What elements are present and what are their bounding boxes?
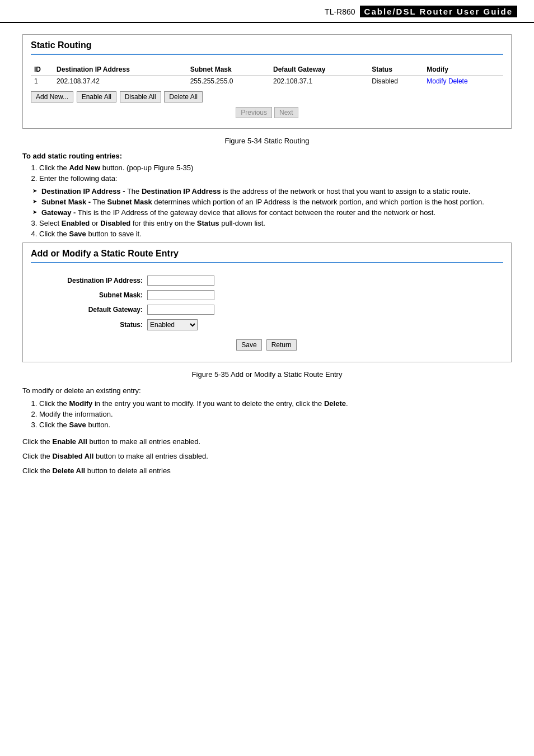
subnet-input[interactable] (147, 290, 214, 300)
instructions-heading: To add static routing entries: (22, 152, 512, 160)
col-id: ID (31, 64, 53, 76)
status-row: Status: Enabled Disabled (53, 319, 503, 330)
header-model: TL-R860 (325, 7, 355, 16)
bullet-subnet: Subnet Mask - The Subnet Mask determines… (32, 198, 512, 206)
add-new-button[interactable]: Add New... (31, 91, 73, 102)
pagination-row: Previous Next (31, 102, 503, 122)
save-button[interactable]: Save (236, 339, 261, 351)
next-button[interactable]: Next (274, 107, 298, 118)
panel-body: ID Destination IP Address Subnet Mask De… (23, 60, 511, 128)
steps-list-2: Select Enabled or Disabled for this entr… (39, 219, 512, 238)
bottom-notes: Click the Enable All button to make all … (22, 436, 512, 477)
add-modify-title: Add or Modify a Static Route Entry (23, 243, 511, 262)
disable-all-button[interactable]: Disable All (120, 91, 161, 102)
gateway-input[interactable] (147, 305, 214, 315)
routing-table: ID Destination IP Address Subnet Mask De… (31, 64, 503, 87)
cell-subnet: 255.255.255.0 (187, 76, 270, 87)
add-modify-body: Destination IP Address: Subnet Mask: Def… (23, 269, 511, 362)
modify-step-2: Modify the information. (39, 410, 512, 418)
status-label: Status: (53, 321, 143, 329)
bottom-note-1: Click the Enable All button to make all … (22, 436, 512, 448)
step-4: Click the Save button to save it. (39, 230, 512, 238)
step-3: Select Enabled or Disabled for this entr… (39, 219, 512, 227)
figure1-caption: Figure 5-34 Static Routing (22, 137, 512, 145)
status-select[interactable]: Enabled Disabled (147, 319, 198, 330)
col-subnet: Subnet Mask (187, 64, 270, 76)
enable-all-button[interactable]: Enable All (77, 91, 116, 102)
dest-ip-row: Destination IP Address: (53, 276, 503, 286)
bottom-note-3: Click the Delete All button to delete al… (22, 465, 512, 477)
modify-link[interactable]: Modify (427, 77, 446, 85)
delete-link[interactable]: Delete (448, 77, 468, 85)
modify-delete-intro: To modify or delete an existing entry: (22, 385, 512, 397)
col-modify: Modify (423, 64, 503, 76)
subnet-label: Subnet Mask: (53, 291, 143, 299)
save-row: Save Return (31, 336, 503, 355)
bullet-gateway: Gateway - This is the IP Address of the … (32, 208, 512, 217)
header-title: Cable/DSL Router User Guide (360, 6, 517, 17)
static-routing-title: Static Routing (23, 35, 511, 54)
add-modify-divider (31, 262, 503, 263)
form-table: Destination IP Address: Subnet Mask: Def… (53, 276, 503, 330)
cell-gateway: 202.108.37.1 (270, 76, 368, 87)
table-button-row: Add New... Enable All Disable All Delete… (31, 91, 503, 102)
cell-modify-links: Modify Delete (423, 76, 503, 87)
static-routing-panel: Static Routing ID Destination IP Address… (22, 34, 512, 129)
step-2: Enter the following data: (39, 174, 512, 183)
col-status: Status (368, 64, 423, 76)
bottom-note-2: Click the Disabled All button to make al… (22, 450, 512, 463)
modify-step-1: Click the Modify in the entry you want t… (39, 399, 512, 408)
page-header: TL-R860 Cable/DSL Router User Guide (0, 0, 534, 23)
add-modify-panel: Add or Modify a Static Route Entry Desti… (22, 242, 512, 362)
figure2-caption: Figure 5-35 Add or Modify a Static Route… (22, 370, 512, 379)
bullet-dest-ip: Destination IP Address - The Destination… (32, 187, 512, 195)
bullet-list: Destination IP Address - The Destination… (32, 187, 512, 217)
gateway-label: Default Gateway: (53, 306, 143, 314)
modify-steps: Click the Modify in the entry you want t… (39, 399, 512, 429)
dest-ip-input[interactable] (147, 276, 214, 286)
panel-divider (31, 54, 503, 55)
modify-step-3: Click the Save button. (39, 421, 512, 429)
previous-button[interactable]: Previous (236, 107, 272, 118)
step-1: Click the Add New button. (pop-up Figure… (39, 164, 512, 172)
cell-dest-ip: 202.108.37.42 (53, 76, 187, 87)
col-dest-ip: Destination IP Address (53, 64, 187, 76)
delete-all-button[interactable]: Delete All (164, 91, 203, 102)
cell-id: 1 (31, 76, 53, 87)
main-content: Static Routing ID Destination IP Address… (0, 34, 534, 477)
dest-ip-label: Destination IP Address: (53, 277, 143, 284)
col-gateway: Default Gateway (270, 64, 368, 76)
steps-list-1: Click the Add New button. (pop-up Figure… (39, 164, 512, 183)
cell-status: Disabled (368, 76, 423, 87)
table-row: 1 202.108.37.42 255.255.255.0 202.108.37… (31, 76, 503, 87)
subnet-row: Subnet Mask: (53, 290, 503, 300)
gateway-row: Default Gateway: (53, 305, 503, 315)
return-button[interactable]: Return (266, 339, 297, 351)
